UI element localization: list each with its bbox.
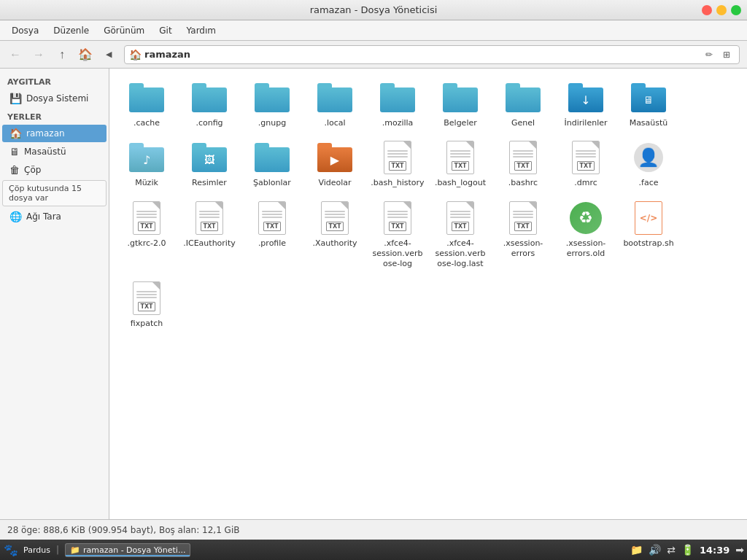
arrow-icon[interactable]: ➡ [735, 544, 744, 556]
muzik-folder-icon: ♪ [129, 140, 164, 175]
file-item-masaustu-folder[interactable]: 🖥 Masaüstü [619, 76, 678, 133]
local-folder-icon [317, 80, 352, 115]
file-item-sablonlar[interactable]: Şablonlar [242, 136, 302, 192]
masaustu-icon: 🖥 [9, 146, 20, 158]
file-item-local[interactable]: .local [305, 76, 365, 133]
toolbar: ← → ↑ 🏠 ◀ 🏠 ramazan ✏ ⊞ [0, 41, 747, 69]
bashrc-label: .bashrc [508, 178, 538, 188]
sidebar-item-cop[interactable]: 🗑 Çöp [2, 161, 107, 179]
file-item-bootstrap[interactable]: </> bootstrap.sh [619, 196, 678, 274]
file-item-config[interactable]: .config [179, 76, 239, 133]
file-item-belgeler[interactable]: Belgeler [430, 76, 490, 133]
folder-taskbar-icon[interactable]: 📁 [630, 544, 643, 556]
menu-dosya[interactable]: Dosya [6, 23, 44, 38]
file-item-xfce4-log-last[interactable]: TXT .xfce4-session.verbose-log.last [430, 196, 490, 274]
file-item-videolar[interactable]: ▶ Videolar [305, 136, 365, 192]
xauthority-icon: TXT [317, 201, 352, 236]
taskbar-right: 📁 🔊 ⇄ 🔋 14:39 ➡ [630, 544, 744, 556]
file-item-xfce4-log[interactable]: TXT .xfce4-session.verbose-log [368, 196, 427, 274]
file-item-bash-logout[interactable]: TXT .bash_logout [430, 136, 490, 192]
bash-logout-label: .bash_logout [435, 178, 486, 188]
sidebar-item-network-label: Ağı Tara [26, 211, 61, 222]
trash-tooltip: Çöp kutusunda 15 dosya var [2, 180, 107, 206]
bash-history-label: .bash_history [371, 178, 424, 188]
cop-icon: 🗑 [9, 164, 20, 176]
file-item-indirilenler[interactable]: ↓ İndirilenler [556, 76, 616, 133]
file-item-genel[interactable]: Genel [493, 76, 553, 133]
close-button[interactable] [702, 5, 712, 15]
file-item-fixpatch[interactable]: TXT fixpatch [117, 276, 177, 333]
sidebar-item-masaustu[interactable]: 🖥 Masaüstü [2, 143, 107, 160]
profile-label: .profile [258, 238, 286, 249]
address-text: ramazan [144, 49, 190, 60]
sablonlar-folder-icon [255, 140, 290, 175]
file-item-xsession-errors[interactable]: TXT .xsession-errors [493, 196, 553, 274]
xfce4-log-last-label: .xfce4-session.verbose-log.last [433, 238, 487, 270]
bash-history-icon: TXT [380, 140, 415, 175]
edit-address-button[interactable]: ✏ [701, 47, 717, 63]
sablonlar-label: Şablonlar [253, 178, 291, 188]
taskbar-app-item[interactable]: 📁 ramazan - Dosya Yöneti... [65, 543, 190, 557]
file-item-xsession-errors-old[interactable]: ♻ .xsession-errors.old [556, 196, 616, 274]
file-item-face[interactable]: 👤 .face [619, 136, 678, 192]
cache-label: .cache [133, 118, 160, 128]
file-item-mozilla[interactable]: .mozilla [368, 76, 427, 133]
menu-gorunum[interactable]: Görünüm [98, 23, 150, 38]
statusbar: 28 öge: 888,6 KiB (909.954 bayt), Boş al… [0, 519, 747, 540]
home-button[interactable]: 🏠 [74, 44, 96, 65]
battery-icon[interactable]: 🔋 [681, 544, 694, 556]
iceauthority-icon: TXT [192, 201, 227, 236]
xsession-errors-label: .xsession-errors [496, 238, 550, 260]
prev-location-button[interactable]: ◀ [98, 44, 120, 65]
masaustu-folder-icon: 🖥 [631, 80, 666, 115]
menu-duzenle[interactable]: Düzenle [47, 23, 95, 38]
split-button[interactable]: ⊞ [719, 47, 735, 63]
sidebar-item-network[interactable]: 🌐 Ağı Tara [2, 208, 107, 225]
file-item-profile[interactable]: TXT .profile [242, 196, 302, 274]
sidebar-item-ramazan[interactable]: 🏠 ramazan [2, 125, 107, 142]
iceauthority-label: .ICEauthority [183, 238, 236, 249]
file-item-bash-history[interactable]: TXT .bash_history [368, 136, 427, 192]
xfce4-log-label: .xfce4-session.verbose-log [371, 238, 425, 270]
forward-button[interactable]: → [28, 44, 50, 65]
maximize-button[interactable] [731, 5, 741, 15]
bootstrap-label: bootstrap.sh [623, 238, 673, 249]
file-item-xauthority[interactable]: TXT .Xauthority [305, 196, 365, 274]
file-item-resimler[interactable]: 🖼 Resimler [179, 136, 239, 192]
network-taskbar-icon[interactable]: ⇄ [667, 544, 676, 556]
xsession-errors-old-icon: ♻ [568, 201, 603, 236]
xauthority-label: .Xauthority [312, 238, 357, 249]
back-button[interactable]: ← [4, 44, 26, 65]
minimize-button[interactable] [716, 5, 727, 15]
speaker-icon[interactable]: 🔊 [649, 544, 661, 556]
file-item-gnupg[interactable]: .gnupg [242, 76, 302, 133]
muzik-label: Müzik [135, 178, 158, 188]
gtkrc-label: .gtkrc-2.0 [128, 238, 166, 249]
bash-logout-icon: TXT [443, 140, 478, 175]
menu-yardim[interactable]: Yardım [181, 23, 222, 38]
file-item-cache[interactable]: .cache [117, 76, 177, 133]
sidebar-item-masaustu-label: Masaüstü [24, 147, 66, 157]
file-item-muzik[interactable]: ♪ Müzik [117, 136, 177, 192]
menu-git[interactable]: Git [153, 23, 177, 38]
address-bar[interactable]: 🏠 ramazan ✏ ⊞ [124, 45, 740, 64]
file-area: .cache .config [109, 69, 747, 519]
sidebar-item-filesystem[interactable]: 💾 Dosya Sistemi [2, 90, 107, 107]
taskbar: 🐾 Pardus | 📁 ramazan - Dosya Yöneti... 📁… [0, 540, 747, 560]
file-item-bashrc[interactable]: TXT .bashrc [493, 136, 553, 192]
file-item-dmrc[interactable]: TXT .dmrc [556, 136, 616, 192]
genel-label: Genel [511, 118, 535, 128]
xfce4-log-last-icon: TXT [443, 201, 478, 236]
xsession-errors-old-label: .xsession-errors.old [559, 238, 613, 260]
clock: 14:39 [700, 545, 729, 556]
up-button[interactable]: ↑ [51, 44, 73, 65]
sidebar-item-ramazan-label: ramazan [26, 128, 65, 139]
window-controls [702, 5, 741, 15]
taskbar-app-label: ramazan - Dosya Yöneti... [83, 545, 185, 555]
file-item-iceauthority[interactable]: TXT .ICEauthority [179, 196, 239, 274]
videolar-label: Videolar [318, 178, 351, 188]
filesystem-icon: 💾 [9, 93, 22, 104]
gnupg-folder-icon [255, 80, 290, 115]
xsession-errors-icon: TXT [506, 201, 541, 236]
file-item-gtkrc[interactable]: TXT .gtkrc-2.0 [117, 196, 177, 274]
